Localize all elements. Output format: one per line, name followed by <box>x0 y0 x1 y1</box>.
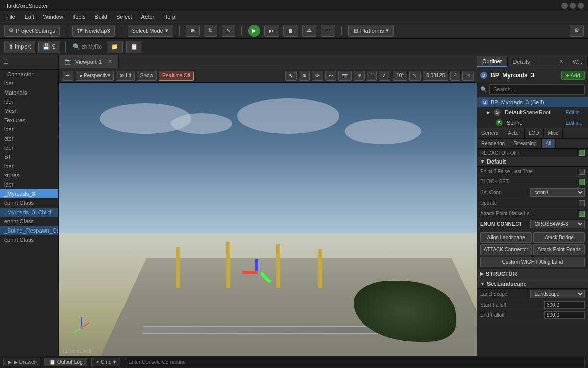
stop-button[interactable]: ⏹ <box>283 25 298 37</box>
outliner-item-scene-root[interactable]: ▸ S DefaultSceneRoot Edit in... <box>477 107 588 118</box>
prop-input-startfalloff[interactable] <box>544 301 585 309</box>
output-log-tab[interactable]: 📋 Output Log <box>44 358 87 366</box>
angle-val-btn[interactable]: 10° <box>393 71 407 81</box>
btn-attack-point-roads[interactable]: Attack Point Roads <box>533 244 585 255</box>
menu-window[interactable]: Window <box>39 13 67 21</box>
sidebar-item-bp3[interactable]: eprint Class <box>0 235 58 244</box>
snap-btn[interactable]: ⟳ <box>312 71 323 81</box>
menu-edit[interactable]: Edit <box>20 13 38 21</box>
close-tab-icon[interactable]: ✕ <box>108 58 112 65</box>
eject-button[interactable]: ⏏ <box>302 25 316 37</box>
grid1-btn[interactable]: 1 <box>367 71 377 81</box>
drawer-tab[interactable]: ▶ ▶ Drawer <box>3 358 40 366</box>
extra-btn[interactable]: 4 <box>450 71 460 81</box>
viewport-menu-btn[interactable]: ☰ <box>62 71 74 81</box>
viewport-canvas[interactable]: (1 selected) <box>59 83 477 356</box>
sidebar-item-spline-respawn[interactable]: _Spline_Respawn_Car <box>0 226 58 235</box>
scale-val-btn[interactable]: 0.03125 <box>423 71 448 81</box>
btn-custom-wight[interactable]: Custom WIGHT Aling Land <box>480 257 585 267</box>
edit-link-2[interactable]: Edit in... <box>566 120 584 126</box>
tab-actor[interactable]: Actor <box>504 128 525 138</box>
prop-select-setconn[interactable]: conn1 <box>530 188 585 197</box>
sidebar-item-myroads3[interactable]: _Myroads_3 <box>0 189 58 198</box>
sidebar-item-bp2[interactable]: eprint Class <box>0 217 58 226</box>
lit-btn[interactable]: ☀ Lit <box>116 71 135 81</box>
prop-checkbox-update[interactable] <box>579 200 585 206</box>
tab-world[interactable]: W... <box>568 57 588 67</box>
close-panel-icon[interactable]: ✕ <box>555 56 568 67</box>
menu-actor[interactable]: Actor <box>137 13 159 21</box>
menu-tools[interactable]: Tools <box>68 13 90 21</box>
sidebar-item-lder5[interactable]: lder <box>0 162 58 171</box>
tab-lod[interactable]: LOD <box>525 128 544 138</box>
section-structur[interactable]: ▶ STRUCTUR <box>477 269 588 279</box>
sidebar-item-mesh[interactable]: Mesh <box>0 106 58 116</box>
edit-link-1[interactable]: Edit in... <box>566 110 584 116</box>
sidebar-item-lder3[interactable]: lder <box>0 125 58 134</box>
select-mode-button[interactable]: Select Mode ▾ <box>128 25 173 37</box>
platforms-button[interactable]: 🖥 Platforms ▾ <box>348 25 394 37</box>
scale-icon-btn[interactable]: ⤡ <box>409 71 421 81</box>
sidebar-item-myroads3child[interactable]: _Myroads_3_Child <box>0 208 58 217</box>
tab-all[interactable]: All <box>542 139 556 148</box>
prop-select-landscape[interactable]: Landscape <box>530 290 585 298</box>
camera-btn[interactable]: 📷 <box>338 71 352 81</box>
realtime-btn[interactable]: Realtime Off <box>159 71 194 81</box>
transform-button[interactable]: ⊕ <box>186 25 200 37</box>
close-button[interactable] <box>578 3 584 9</box>
tab-streaming[interactable]: Streaming <box>509 139 542 148</box>
redactor-checkbox[interactable] <box>579 150 585 156</box>
more-button[interactable]: ⋯ <box>321 25 335 37</box>
show-btn[interactable]: Show <box>137 71 157 81</box>
play-button[interactable]: ▶ <box>248 25 260 37</box>
section-landscape[interactable]: ▼ Set Landscape <box>477 279 588 289</box>
cmd-tab[interactable]: > Cmd ▾ <box>91 358 121 366</box>
new-map-button[interactable]: 🗺 NewMap3 <box>72 25 115 37</box>
sidebar-item-textures[interactable]: Textures <box>0 116 58 125</box>
menu-file[interactable]: File <box>2 13 19 21</box>
options-btn[interactable]: ⊡ <box>462 71 474 81</box>
sidebar-item-connector[interactable]: _Connector <box>0 70 58 79</box>
grid-icon-btn[interactable]: ⊞ <box>354 71 365 81</box>
sidebar-item-lder1[interactable]: lder <box>0 79 58 88</box>
sidebar-item-xtures[interactable]: xtures <box>0 171 58 180</box>
outliner-item-spline[interactable]: S Spline Edit in... <box>477 118 588 128</box>
import-button[interactable]: ⬆ Import <box>4 41 35 53</box>
content-btn2[interactable]: 📋 <box>126 41 142 53</box>
tab-details[interactable]: Details <box>508 57 536 67</box>
sidebar-item-lder2[interactable]: lder <box>0 97 58 106</box>
maximize-button[interactable] <box>570 3 576 9</box>
sidebar-item-materials[interactable]: Materials <box>0 88 58 97</box>
rotate-button[interactable]: ↻ <box>204 25 217 37</box>
menu-select[interactable]: Select <box>112 13 136 21</box>
sidebar-item-ctor[interactable]: ctor <box>0 134 58 143</box>
btn-align-landscape[interactable]: Align Landscape <box>480 232 532 243</box>
sidebar-item-bp1[interactable]: eprint Class <box>0 198 58 208</box>
tab-general[interactable]: General <box>477 128 504 138</box>
prop-input-endfalloff[interactable] <box>544 311 585 319</box>
prop-select-enum[interactable]: CROSS4W3-3 <box>530 220 585 228</box>
snap2-btn[interactable]: ↭ <box>325 71 336 81</box>
outliner-item-self[interactable]: B BP_Myroads_3 (Self) <box>477 97 588 107</box>
sidebar-item-lder4[interactable]: lder <box>0 143 58 152</box>
add-button[interactable]: + Add <box>561 71 585 80</box>
title-bar-controls[interactable] <box>561 3 584 9</box>
menu-build[interactable]: Build <box>91 13 111 21</box>
viewport-tab-1[interactable]: 📷 Viewport 1 ✕ <box>59 55 119 68</box>
console-input[interactable] <box>125 358 585 366</box>
prop-checkbox-attackpoint[interactable] <box>579 211 585 217</box>
btn-attack-connector[interactable]: ATTACK Connector <box>480 244 532 255</box>
section-default[interactable]: ▼ Default <box>477 157 588 167</box>
sidebar-item-st[interactable]: ST <box>0 152 58 162</box>
settings-button[interactable]: ⚙ <box>570 25 584 37</box>
prop-checkbox-blockset[interactable] <box>579 179 585 185</box>
content-btn1[interactable]: 📁 <box>107 41 123 53</box>
tab-rendering[interactable]: Rendering <box>477 139 509 148</box>
minimize-button[interactable] <box>561 3 568 9</box>
tab-outliner[interactable]: Outliner <box>477 56 508 67</box>
outliner-search-input[interactable] <box>489 84 585 95</box>
project-settings-button[interactable]: ⚙ Project Settings <box>4 25 60 37</box>
tab-misc[interactable]: Misc <box>544 128 563 138</box>
save-button[interactable]: 💾 S <box>38 41 60 53</box>
transform-icon-btn[interactable]: ⊕ <box>299 71 310 81</box>
